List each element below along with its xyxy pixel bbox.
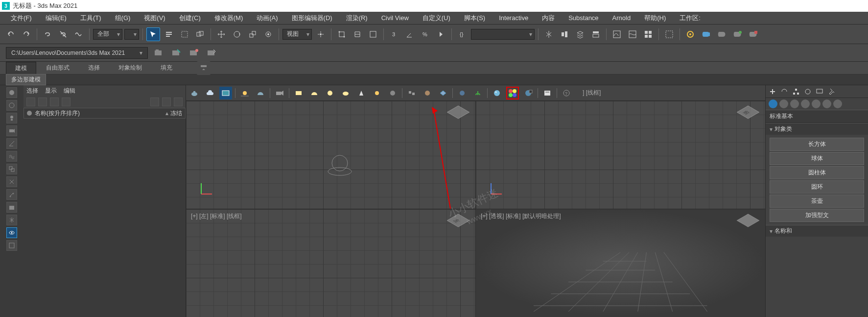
project-path-field[interactable]: C:\Users\Lenovo\Documents\3ds Max 2021▾ — [6, 47, 148, 59]
filter-helpers-icon[interactable] — [6, 138, 17, 149]
vray-camera-icon[interactable] — [273, 87, 286, 99]
se-tool-3[interactable] — [50, 98, 59, 106]
menu-content[interactable]: 内容 — [535, 13, 562, 24]
cat-cameras-icon[interactable] — [801, 99, 810, 108]
edit-named-sets-button[interactable]: {} — [455, 27, 469, 41]
mirror-button[interactable] — [542, 27, 556, 41]
filter-cameras-icon[interactable] — [6, 125, 17, 136]
menu-view[interactable]: 视图(V) — [137, 13, 172, 24]
vray-fur-icon[interactable] — [421, 87, 434, 99]
cylinder-button[interactable]: 圆柱体 — [770, 166, 864, 179]
scene-list-body[interactable] — [23, 119, 186, 317]
menu-animation[interactable]: 动画(A) — [250, 13, 284, 24]
scene-tab-select[interactable]: 选择 — [26, 87, 38, 95]
manipulate-button[interactable] — [335, 27, 349, 41]
add-icon[interactable] — [769, 88, 776, 96]
angle-snap-button[interactable] — [403, 27, 417, 41]
vray-ies-light-icon[interactable] — [355, 87, 368, 99]
ribbon-tab-fill[interactable]: 填充 — [152, 62, 181, 74]
menu-arnold[interactable]: Arnold — [606, 13, 638, 23]
vray-scatter-icon[interactable] — [471, 87, 484, 99]
vray-teapot-icon[interactable] — [188, 87, 201, 99]
path-tool-2[interactable] — [169, 46, 183, 60]
layer-button[interactable] — [573, 27, 587, 41]
render-online-button[interactable] — [730, 27, 744, 41]
vray-bitmap-icon[interactable] — [522, 87, 535, 99]
menu-modifiers[interactable]: 修改器(M) — [208, 13, 250, 24]
snap-toggle-button[interactable] — [366, 27, 380, 41]
vray-dome-icon[interactable] — [254, 87, 267, 99]
vray-material-library-icon[interactable] — [506, 87, 519, 99]
menu-interactive[interactable]: Interactive — [492, 13, 535, 23]
vp-top-label[interactable]: ] [线框] — [583, 89, 601, 97]
viewport-perspective[interactable]: [+] [透视] [标准] [默认明暗处理] — [476, 209, 765, 317]
se-tool-1[interactable] — [26, 98, 35, 106]
percent-snap-button[interactable]: % — [419, 27, 432, 41]
pivot-center-button[interactable] — [314, 27, 328, 41]
menu-customize[interactable]: 自定义(U) — [416, 13, 457, 24]
keyboard-shortcut-button[interactable] — [351, 27, 364, 41]
curve-editor-button[interactable] — [610, 27, 624, 41]
vray-proxy-icon[interactable] — [405, 87, 418, 99]
name-color-rollout[interactable]: 名称和 — [766, 225, 868, 237]
cat-geometry-icon[interactable] — [769, 99, 777, 108]
scene-list-header[interactable]: 名称(按升序排序) ▴冻结 — [23, 108, 186, 119]
vray-cloud-icon[interactable] — [204, 87, 216, 99]
vray-frame-buffer-icon[interactable] — [219, 87, 232, 99]
ribbon-sub-polymodeling[interactable]: 多边形建模 — [6, 74, 46, 85]
vp-left-label[interactable]: [+] [左] [标准] [线框] — [191, 212, 242, 220]
torus-button[interactable]: 圆环 — [770, 180, 864, 194]
move-button[interactable] — [214, 27, 228, 41]
se-tool-5[interactable] — [150, 98, 159, 106]
vray-settings-icon[interactable] — [541, 87, 554, 99]
render-button[interactable] — [699, 27, 713, 41]
menu-tools[interactable]: 工具(T) — [73, 13, 108, 24]
viewport-top[interactable] — [186, 101, 475, 209]
viewport-left[interactable]: [+] [左] [标准] [线框] 左 — [186, 209, 475, 317]
bind-spacewarp-button[interactable] — [72, 27, 86, 41]
se-tool-2[interactable] — [38, 98, 47, 106]
motion-icon[interactable] — [804, 88, 812, 96]
display-icon[interactable] — [816, 88, 823, 96]
path-tool-3[interactable] — [187, 46, 201, 60]
vray-material-icon[interactable] — [491, 87, 503, 99]
vray-ambient-icon[interactable] — [386, 87, 399, 99]
link-button[interactable] — [41, 27, 54, 41]
object-type-rollout[interactable]: 对象类 — [766, 123, 868, 135]
window-crossing-button[interactable] — [193, 27, 207, 41]
viewcube[interactable] — [452, 106, 469, 122]
ribbon-tab-modeling[interactable]: 建模 — [6, 62, 36, 74]
render-frame-button[interactable] — [683, 27, 697, 41]
material-editor-button[interactable] — [641, 27, 655, 41]
se-tool-6[interactable] — [162, 98, 171, 106]
menu-script[interactable]: 脚本(S) — [457, 13, 492, 24]
filter-hidden-icon[interactable] — [6, 227, 17, 238]
vray-sun-light-icon[interactable] — [371, 87, 383, 99]
viewport-front[interactable]: 前 — [476, 101, 765, 209]
filter-all-icon[interactable] — [6, 240, 17, 251]
align-button[interactable] — [558, 27, 571, 41]
textplus-button[interactable]: 加强型文 — [770, 209, 864, 222]
rotate-button[interactable] — [230, 27, 244, 41]
filter-frozen-icon[interactable] — [6, 215, 17, 225]
menu-substance[interactable]: Substance — [562, 13, 605, 23]
se-tool-7[interactable] — [174, 98, 183, 106]
select-by-name-button[interactable] — [162, 27, 176, 41]
menu-help[interactable]: 帮助(H) — [637, 13, 673, 24]
scene-tab-edit[interactable]: 编辑 — [64, 87, 75, 95]
utilities-icon[interactable] — [827, 88, 835, 96]
ribbon-tab-select[interactable]: 选择 — [79, 62, 109, 74]
named-sets-dropdown[interactable] — [124, 29, 139, 40]
modify-icon[interactable] — [780, 88, 788, 96]
cat-systems-icon[interactable] — [833, 99, 842, 108]
viewcube[interactable] — [742, 214, 758, 231]
teapot-button[interactable]: 茶壶 — [770, 195, 864, 208]
rectangle-selection-button[interactable] — [178, 27, 191, 41]
scene-tab-display[interactable]: 显示 — [45, 87, 57, 95]
menu-workspace[interactable]: 工作区: — [673, 13, 707, 24]
vp-persp-label[interactable]: [+] [透视] [标准] [默认明暗处理] — [481, 212, 561, 220]
vray-plane-light-icon[interactable] — [292, 87, 305, 99]
menu-render[interactable]: 渲染(R) — [339, 13, 375, 24]
path-tool-4[interactable] — [205, 46, 218, 60]
filter-geometry-icon[interactable] — [6, 87, 17, 98]
